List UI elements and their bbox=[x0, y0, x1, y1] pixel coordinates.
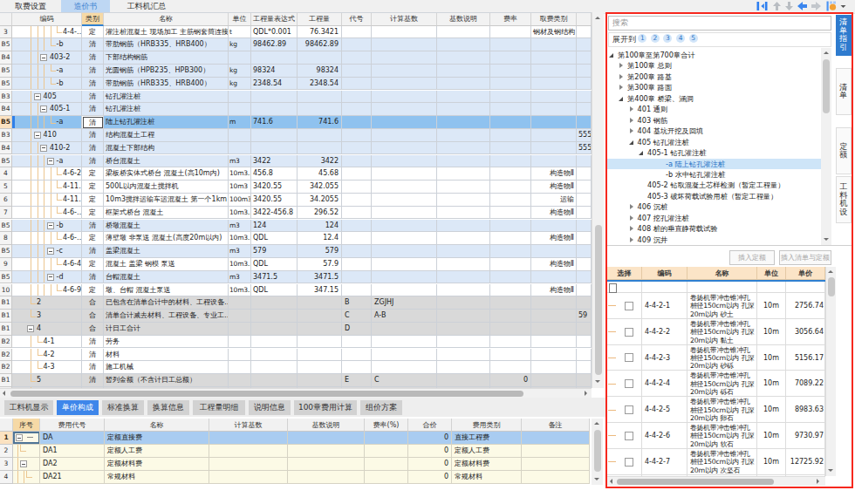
tree-item[interactable]: 405-2 钻取混凝土芯样检测（暂定工程量） bbox=[607, 180, 821, 190]
column-header-名称[interactable]: 名称 bbox=[104, 13, 229, 26]
column-header-取费类别[interactable]: 取费类别 bbox=[531, 13, 577, 26]
category-cell-editor[interactable]: 清 bbox=[83, 117, 103, 128]
filter-input[interactable] bbox=[609, 283, 617, 293]
filter-cell[interactable] bbox=[757, 282, 786, 293]
scroll-down-icon[interactable] bbox=[828, 469, 833, 472]
collapse-expander-icon[interactable] bbox=[47, 222, 54, 229]
scroll-up-icon[interactable] bbox=[828, 270, 833, 273]
search-input[interactable] bbox=[608, 16, 831, 31]
table-row[interactable]: B14合计日工合计D bbox=[0, 323, 592, 336]
scroll-up-icon[interactable] bbox=[824, 51, 829, 54]
tree-collapsed-icon[interactable] bbox=[630, 226, 633, 231]
table-row[interactable]: B5-a清陆上钻孔灌注桩m741.6741.6 bbox=[0, 116, 592, 129]
table-row[interactable]: B5-a清光圆钢筋（HPB235、HPB300）kg9832498324 bbox=[0, 65, 592, 78]
table-row[interactable]: B3410清结构混凝土工程555 bbox=[0, 129, 592, 142]
tab-quantity-detail[interactable]: 工程量明细 bbox=[193, 400, 245, 415]
insert-list-and-quota-button[interactable]: 插入清单与定额 bbox=[779, 250, 831, 265]
tree-item[interactable]: 406 沉桩 bbox=[607, 201, 821, 212]
scroll-thumb[interactable] bbox=[828, 277, 835, 296]
tree-collapsed-icon[interactable] bbox=[630, 237, 633, 242]
select-checkbox[interactable] bbox=[625, 432, 633, 440]
select-checkbox[interactable] bbox=[625, 379, 633, 388]
quota-table-horizontal-scrollbar[interactable] bbox=[607, 476, 825, 486]
table-row[interactable]: 54-11…定500L以内混凝土搅拌机10m33420.55342.055构造物… bbox=[0, 180, 592, 194]
move-up-icon[interactable] bbox=[772, 1, 782, 11]
column-header-备注[interactable]: 备注 bbox=[522, 419, 590, 432]
select-checkbox[interactable] bbox=[625, 302, 633, 310]
table-row[interactable]: 4-4-2-5卷扬机带冲击锥冲孔 桩径150cm以内 孔深 20m以内 卵石10… bbox=[607, 397, 825, 423]
table-row[interactable]: B5-b清桥墩混凝土m3124124 bbox=[0, 220, 592, 233]
table-row[interactable]: 3DA2定额材料费0定额材料费 bbox=[0, 458, 590, 471]
table-row[interactable]: B4403-2清下部结构钢筋 bbox=[0, 51, 592, 65]
tree-collapsed-icon[interactable] bbox=[630, 215, 633, 221]
tree-collapsed-icon[interactable] bbox=[630, 204, 633, 209]
column-header-编码[interactable]: 编码 bbox=[12, 13, 82, 26]
scroll-down-icon[interactable] bbox=[824, 238, 829, 241]
table-row[interactable]: 4-4-2-6卷扬机带冲击锥冲孔 桩径150cm以内 孔深 20m以内 软石10… bbox=[607, 423, 825, 449]
table-row[interactable]: 104-6-9-2定墩、台帽 混凝土泵送10m3…QDL347.15构造物Ⅱ bbox=[0, 284, 592, 297]
column-header-基数说明[interactable]: 基数说明 bbox=[437, 13, 490, 26]
tree-expanded-icon[interactable] bbox=[619, 97, 623, 101]
tree-item[interactable]: 405-3 破坏荷载试验用桩（暂定工程量） bbox=[607, 191, 821, 201]
collapse-expander-icon[interactable] bbox=[47, 274, 54, 281]
tree-collapsed-icon[interactable] bbox=[630, 128, 633, 133]
tab-list[interactable]: 清单 bbox=[836, 68, 852, 115]
tree-collapsed-icon[interactable] bbox=[630, 118, 633, 123]
expand-level-1-button[interactable]: 1 bbox=[638, 34, 646, 43]
quota-table-vertical-scrollbar[interactable] bbox=[825, 267, 836, 476]
tree-item[interactable]: 405-1 钻孔灌注桩 bbox=[607, 147, 821, 158]
collapse-expander-icon[interactable] bbox=[20, 460, 27, 467]
table-row[interactable]: B3405清钻孔灌注桩 bbox=[0, 91, 592, 104]
tree-item[interactable]: 409 沉井 bbox=[607, 235, 821, 245]
tree-item[interactable]: -a 陆上钻孔灌注桩 bbox=[607, 159, 821, 169]
tree-collapsed-icon[interactable] bbox=[630, 106, 633, 112]
table-row[interactable]: B5-a清桥台混凝土m334223422 bbox=[0, 155, 592, 168]
tab-conversion-info[interactable]: 换算信息 bbox=[147, 400, 189, 415]
collapse-expander-icon[interactable] bbox=[40, 54, 47, 61]
scroll-down-icon[interactable] bbox=[594, 478, 599, 480]
filter-cell[interactable] bbox=[786, 282, 825, 293]
table-row[interactable]: B5-c清盖梁混凝土m3579579 bbox=[0, 245, 592, 258]
select-checkbox[interactable] bbox=[625, 458, 633, 467]
insert-quota-button[interactable]: 插入定额 bbox=[729, 250, 775, 265]
table-row[interactable]: 4-4-2-4卷扬机带冲击锥冲孔 桩径150cm以内 孔深 20m以内 砾石10… bbox=[607, 371, 825, 397]
table-row[interactable]: 64-11…定10m3搅拌运输车运混凝土 第一个1km100m33420.553… bbox=[0, 194, 592, 207]
table-row[interactable]: 4-4-2-2卷扬机带冲击锥冲孔 桩径150cm以内 孔深 20m以内 黏土10… bbox=[607, 319, 825, 345]
filter-cell[interactable] bbox=[687, 282, 757, 293]
tree-item[interactable]: 第100章至第700章合计 bbox=[607, 50, 821, 60]
tab-quota[interactable]: 定额 bbox=[836, 127, 852, 174]
column-header-基数说明[interactable]: 基数说明 bbox=[288, 419, 365, 432]
tree-item[interactable]: 第300章 路面 bbox=[607, 82, 821, 92]
table-row[interactable]: B4405-1清钻孔灌注桩 bbox=[0, 103, 592, 116]
table-row[interactable]: B24-2清材料 bbox=[0, 349, 592, 362]
cost-book-vertical-scrollbar[interactable] bbox=[592, 12, 604, 388]
table-row[interactable]: 74-6-…定框架式桥台 混凝土10m3…3422-456.8296.52构造物… bbox=[0, 207, 592, 220]
table-row[interactable]: B5-b清带肋钢筋（HRB335、HRB400）kg2348.542348.54 bbox=[0, 78, 592, 91]
column-header-合价[interactable]: 合价 bbox=[408, 419, 452, 432]
expand-level-5-button[interactable]: 5 bbox=[689, 34, 698, 43]
tab-unit-price-composition[interactable]: 单价构成 bbox=[57, 400, 99, 415]
column-header-工程量[interactable]: 工程量 bbox=[298, 13, 342, 26]
navigate-back-icon[interactable] bbox=[797, 1, 808, 11]
column-header-计算基数[interactable]: 计算基数 bbox=[209, 419, 288, 432]
select-checkbox[interactable] bbox=[625, 328, 633, 337]
tree-item[interactable]: 401 通则 bbox=[607, 104, 821, 114]
tab-standard-conversion[interactable]: 标准换算 bbox=[102, 400, 144, 415]
column-header-类别[interactable]: 类别 bbox=[82, 13, 104, 26]
expand-level-4-button[interactable]: 4 bbox=[676, 34, 685, 43]
collapse-expander-icon[interactable] bbox=[40, 106, 47, 112]
tree-item[interactable]: 404 基坑开挖及回填 bbox=[607, 126, 821, 136]
column-header-选择[interactable]: 选择 bbox=[607, 267, 642, 280]
price-composition-vertical-scrollbar[interactable] bbox=[592, 419, 603, 485]
table-row[interactable]: B13合清单合计减去材料、工程设备、专业工…CA-B59 bbox=[0, 310, 592, 323]
tree-expanded-icon[interactable] bbox=[639, 151, 643, 155]
table-row[interactable]: 4-4-2-1卷扬机带冲击锥冲孔 桩径150cm以内 孔深 20m以内 砂土10… bbox=[607, 293, 825, 319]
column-header-extra-12[interactable] bbox=[577, 13, 592, 26]
select-checkbox[interactable] bbox=[625, 353, 633, 362]
scroll-thumb[interactable] bbox=[823, 59, 830, 113]
scroll-left-icon[interactable] bbox=[610, 479, 612, 484]
tree-expanded-icon[interactable] bbox=[609, 53, 613, 58]
navigate-forward-icon[interactable] bbox=[811, 1, 822, 11]
column-header-序号[interactable]: 序号 bbox=[13, 419, 40, 432]
tree-item[interactable]: 第100章 总则 bbox=[607, 60, 821, 71]
